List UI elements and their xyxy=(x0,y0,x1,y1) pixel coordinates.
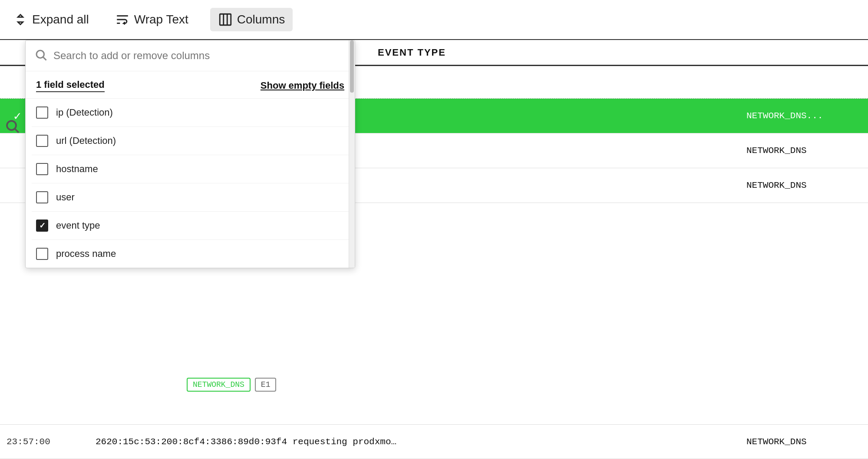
checkbox-url[interactable] xyxy=(36,135,48,147)
panel-scrollbar[interactable] xyxy=(349,40,355,268)
columns-panel: 1 field selected Show empty fields ip (D… xyxy=(25,40,355,268)
field-item-user[interactable]: user xyxy=(32,183,349,212)
row-event-type-3: NETWORK_DNS xyxy=(738,141,868,160)
panel-subheader: 1 field selected Show empty fields xyxy=(26,71,355,99)
field-item-ip[interactable]: ip (Detection) xyxy=(32,99,349,127)
columns-button[interactable]: Columns xyxy=(210,8,293,31)
checkbox-ip[interactable] xyxy=(36,106,48,119)
panel-search-icon xyxy=(34,48,47,63)
left-search-icon xyxy=(4,118,20,136)
main-content: TIMELINE EVENT TYPE xx21920163--af-cfe1-… xyxy=(0,40,868,459)
bottom-content: 2620:15c:53:200:8cf4:3386:89d0:93f4 requ… xyxy=(87,432,738,451)
columns-label: Columns xyxy=(237,13,285,27)
e1-tag[interactable]: E1 xyxy=(255,378,277,392)
scrollbar-thumb xyxy=(350,40,354,93)
svg-rect-2 xyxy=(220,14,231,25)
svg-point-5 xyxy=(7,121,16,130)
network-dns-tag[interactable]: NETWORK_DNS xyxy=(187,378,251,392)
checkbox-hostname[interactable] xyxy=(36,163,48,175)
svg-line-8 xyxy=(43,57,46,60)
bottom-timestamp: 23:57:00 xyxy=(0,432,87,451)
field-item-event-type[interactable]: event type xyxy=(32,212,349,240)
field-label-url: url (Detection) xyxy=(56,135,116,146)
field-label-ip: ip (Detection) xyxy=(56,107,113,118)
field-label-process-name: process name xyxy=(56,248,116,259)
panel-search-area xyxy=(26,40,355,71)
field-item-url[interactable]: url (Detection) xyxy=(32,127,349,155)
column-search-input[interactable] xyxy=(53,50,346,62)
show-empty-fields-button[interactable]: Show empty fields xyxy=(261,80,344,91)
wrap-text-button[interactable]: Wrap Text xyxy=(111,9,193,30)
row-event-type-4: NETWORK_DNS xyxy=(738,176,868,195)
field-list: ip (Detection) url (Detection) hostname … xyxy=(26,99,355,268)
table-row[interactable]: 23:57:00 2620:15c:53:200:8cf4:3386:89d0:… xyxy=(0,424,868,459)
expand-all-button[interactable]: Expand all xyxy=(9,9,93,30)
expand-all-label: Expand all xyxy=(32,13,89,27)
field-label-event-type: event type xyxy=(56,220,100,231)
svg-line-6 xyxy=(15,129,19,133)
row-event-type-1 xyxy=(738,78,868,86)
checkbox-event-type[interactable] xyxy=(36,220,48,232)
svg-point-7 xyxy=(36,50,44,58)
expand-all-icon xyxy=(13,12,28,27)
checkbox-user[interactable] xyxy=(36,191,48,203)
field-selected-label: 1 field selected xyxy=(36,79,105,92)
wrap-text-icon xyxy=(115,12,130,27)
event-type-header: EVENT TYPE xyxy=(369,47,868,58)
field-label-hostname: hostname xyxy=(56,163,98,175)
row-event-type-2: NETWORK_DNS... xyxy=(738,106,868,125)
checkbox-process-name[interactable] xyxy=(36,248,48,260)
field-label-user: user xyxy=(56,192,75,203)
wrap-text-label: Wrap Text xyxy=(134,13,188,27)
bottom-event-type: NETWORK_DNS xyxy=(738,432,868,451)
columns-icon xyxy=(218,12,233,27)
field-item-hostname[interactable]: hostname xyxy=(32,155,349,183)
field-item-process-name[interactable]: process name xyxy=(32,240,349,268)
toolbar: Expand all Wrap Text Columns xyxy=(0,0,868,40)
